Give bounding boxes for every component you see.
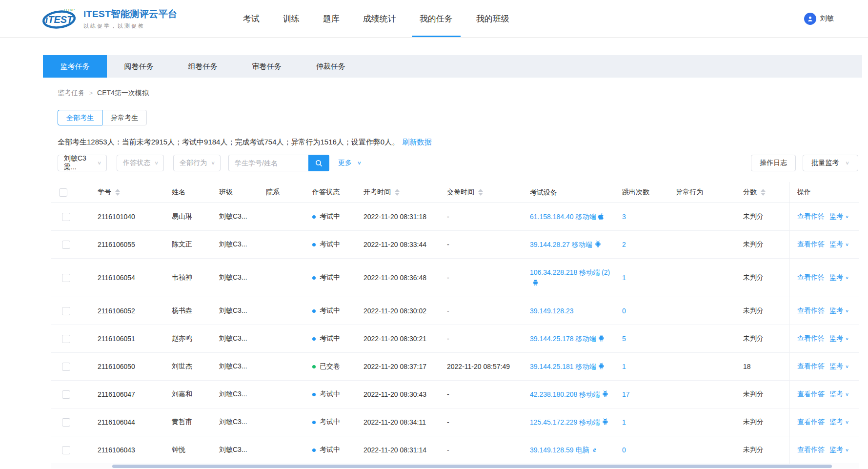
view-answers-link[interactable]: 查看作答 <box>797 418 825 427</box>
nav-item-my-tasks[interactable]: 我的任务 <box>408 0 464 37</box>
monitor-dropdown-link[interactable]: 监考∨ <box>829 240 849 249</box>
jump-count-link[interactable]: 1 <box>622 418 626 426</box>
subtab-all-students[interactable]: 全部考生 <box>58 110 102 125</box>
cell-start-time: 2022-11-20 08:37:17 <box>356 353 439 380</box>
jump-count-link[interactable]: 0 <box>622 307 626 315</box>
jump-count-link[interactable]: 1 <box>622 274 626 282</box>
cell-actions: 查看作答监考∨ <box>789 381 859 408</box>
status-text: 考试中 <box>320 273 340 282</box>
nav-item-training[interactable]: 训练 <box>271 0 311 37</box>
column-header-start-time[interactable]: 开考时间 <box>356 183 439 203</box>
column-header-student-id[interactable]: 学号 <box>90 183 164 203</box>
cell-select <box>51 297 90 325</box>
monitor-dropdown-link[interactable]: 监考∨ <box>829 362 849 371</box>
tab-paper-assembly-tasks[interactable]: 组卷任务 <box>171 55 235 78</box>
device-link[interactable]: 42.238.180.208 移动端 <box>530 390 609 398</box>
cell-select <box>51 436 90 464</box>
refresh-data-link[interactable]: 刷新数据 <box>402 138 431 146</box>
select-all-checkbox[interactable] <box>59 188 67 197</box>
search-input[interactable] <box>228 155 308 171</box>
row-checkbox[interactable] <box>62 307 70 315</box>
monitor-dropdown-link[interactable]: 监考∨ <box>829 446 849 454</box>
answer-status-select[interactable]: 作答状态 ∨ <box>117 155 164 171</box>
sort-icon[interactable] <box>478 189 483 196</box>
device-link[interactable]: 106.34.228.218 移动端 (2) <box>530 268 610 287</box>
nav-item-my-classes[interactable]: 我的班级 <box>464 0 521 37</box>
cell-actions: 查看作答监考∨ <box>789 325 859 352</box>
monitor-dropdown-link[interactable]: 监考∨ <box>829 212 849 221</box>
nav-item-question-bank[interactable]: 题库 <box>311 0 351 37</box>
monitor-dropdown-link[interactable]: 监考∨ <box>829 306 849 315</box>
jump-count-link[interactable]: 17 <box>622 390 630 398</box>
user-menu[interactable]: 刘敏 <box>804 0 834 37</box>
cell-answer-status: 考试中 <box>304 381 356 408</box>
device-link[interactable]: 39.149.128.23 <box>530 307 574 315</box>
nav-item-exam[interactable]: 考试 <box>231 0 271 37</box>
cell-jump-count: 0 <box>614 436 668 464</box>
breadcrumb-parent[interactable]: 监考任务 <box>58 89 85 98</box>
android-icon <box>598 335 605 342</box>
subtab-abnormal-students[interactable]: 异常考生 <box>102 110 147 125</box>
row-checkbox[interactable] <box>62 390 70 399</box>
cell-actions: 查看作答监考∨ <box>789 259 859 297</box>
monitor-dropdown-link[interactable]: 监考∨ <box>829 390 849 399</box>
tab-arbitration-tasks[interactable]: 仲裁任务 <box>299 55 363 78</box>
cell-department <box>258 408 304 436</box>
view-answers-link[interactable]: 查看作答 <box>797 362 825 371</box>
row-checkbox[interactable] <box>62 335 70 343</box>
column-header-submit-time[interactable]: 交卷时间 <box>439 183 522 203</box>
cell-start-time: 2022-11-20 08:31:18 <box>356 203 439 230</box>
jump-count-link[interactable]: 3 <box>622 213 626 221</box>
device-link[interactable]: 39.144.28.27 移动端 <box>530 241 602 248</box>
stats-text: 全部考生12853人：当前未考2915人；考试中9184人；完成考试754人；异… <box>58 138 399 146</box>
cell-jump-count: 3 <box>614 203 668 230</box>
cell-name: 刘世杰 <box>164 353 211 380</box>
more-filters-link[interactable]: 更多 ∨ <box>338 159 362 167</box>
cell-department <box>258 325 304 352</box>
monitor-dropdown-link[interactable]: 监考∨ <box>829 418 849 427</box>
view-answers-link[interactable]: 查看作答 <box>797 273 825 282</box>
behavior-select[interactable]: 全部行为 ∨ <box>173 155 221 171</box>
class-select[interactable]: 刘敏C3梁... ∨ <box>58 155 107 171</box>
horizontal-scrollbar-thumb[interactable] <box>112 465 832 468</box>
cell-device: 39.144.25.178 移动端 <box>522 325 614 352</box>
row-checkbox[interactable] <box>62 418 70 427</box>
nav-item-score-statistics[interactable]: 成绩统计 <box>351 0 408 37</box>
device-link[interactable]: 125.45.172.229 移动端 <box>530 418 609 426</box>
view-answers-link[interactable]: 查看作答 <box>797 446 825 454</box>
main-nav: 考试训练题库成绩统计我的任务我的班级 <box>231 0 521 37</box>
monitor-dropdown-link[interactable]: 监考∨ <box>829 334 849 343</box>
sort-icon[interactable] <box>115 189 120 196</box>
row-checkbox[interactable] <box>62 213 70 221</box>
sort-icon[interactable] <box>761 189 766 196</box>
jump-count-link[interactable]: 0 <box>622 446 626 454</box>
jump-count-link[interactable]: 2 <box>622 241 626 248</box>
sort-icon[interactable] <box>395 189 400 196</box>
view-answers-link[interactable]: 查看作答 <box>797 390 825 399</box>
row-checkbox[interactable] <box>62 241 70 249</box>
operation-log-button[interactable]: 操作日志 <box>751 155 796 171</box>
row-checkbox[interactable] <box>62 274 70 282</box>
brand-logo[interactable]: iTEST FLTRP iTEST智能测评云平台 以练促学，以测促教 <box>41 0 178 37</box>
cell-answer-status: 考试中 <box>304 408 356 436</box>
search-button[interactable] <box>308 155 329 171</box>
device-link[interactable]: 39.144.25.178 移动端 <box>530 335 605 343</box>
jump-count-link[interactable]: 5 <box>622 335 626 343</box>
batch-proctor-button[interactable]: 批量监考 ∨ <box>803 155 858 171</box>
jump-count-link[interactable]: 1 <box>622 363 626 370</box>
tab-proctor-tasks[interactable]: 监考任务 <box>43 55 107 78</box>
device-link[interactable]: 39.149.128.59 电脑e <box>530 446 598 454</box>
tab-paper-review-tasks[interactable]: 审卷任务 <box>235 55 299 78</box>
device-link[interactable]: 61.158.184.40 移动端 <box>530 213 604 221</box>
device-link[interactable]: 39.144.25.181 移动端 <box>530 363 605 370</box>
view-answers-link[interactable]: 查看作答 <box>797 212 825 221</box>
row-checkbox[interactable] <box>62 446 70 454</box>
view-answers-link[interactable]: 查看作答 <box>797 240 825 249</box>
status-dot-icon <box>312 421 316 424</box>
tab-marking-tasks[interactable]: 阅卷任务 <box>107 55 171 78</box>
view-answers-link[interactable]: 查看作答 <box>797 334 825 343</box>
column-header-score[interactable]: 分数 <box>735 183 789 203</box>
monitor-dropdown-link[interactable]: 监考∨ <box>829 273 849 282</box>
row-checkbox[interactable] <box>62 363 70 371</box>
view-answers-link[interactable]: 查看作答 <box>797 306 825 315</box>
